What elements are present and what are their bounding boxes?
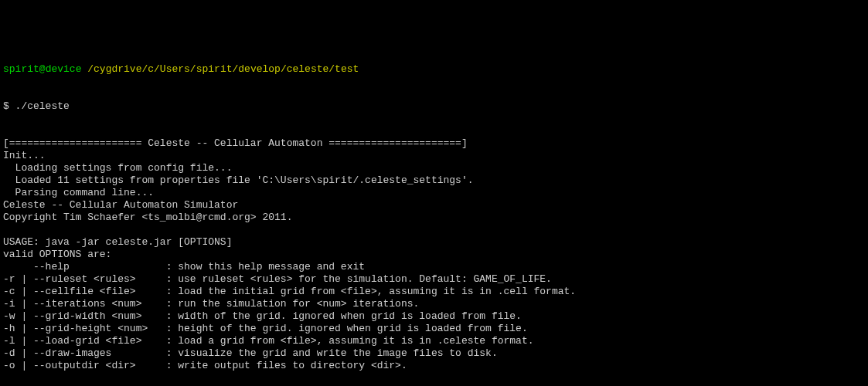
command-output: [====================== Celeste -- Cellu… (3, 137, 865, 386)
output-line: -d | --draw-images : visualize the grid … (3, 347, 865, 360)
output-line: -h | --grid-height <num> : height of the… (3, 323, 865, 335)
output-line: Init... (3, 150, 865, 162)
prompt-host: device (46, 63, 82, 76)
terminal-window[interactable]: spirit@device /cygdrive/c/Users/spirit/d… (0, 37, 868, 386)
output-line: Loading settings from config file... (3, 162, 865, 174)
output-line: -w | --grid-width <num> : width of the g… (3, 310, 865, 323)
output-line: -o | --outputdir <dir> : write output fi… (3, 360, 865, 372)
output-line: -r | --ruleset <rules> : use ruleset <ru… (3, 273, 865, 286)
prompt-at: @ (39, 63, 46, 76)
prompt-path: /cygdrive/c/Users/spirit/develop/celeste… (87, 63, 359, 76)
output-line: Copyright Tim Schaefer <ts_molbi@rcmd.or… (3, 212, 865, 224)
output-line: --help : show this help message and exit (3, 261, 865, 273)
command-1: $ ./celeste (3, 100, 865, 113)
output-line: -c | --cellfile <file> : load the initia… (3, 286, 865, 298)
output-line: -l | --load-grid <file> : load a grid fr… (3, 335, 865, 347)
output-line: USAGE: java -jar celeste.jar [OPTIONS] (3, 236, 865, 249)
prompt-sep (81, 63, 87, 76)
output-line: valid OPTIONS are: (3, 249, 865, 261)
output-line (3, 372, 865, 384)
output-line: Celeste -- Cellular Automaton Simulator (3, 199, 865, 212)
output-line: -i | --iterations <num> : run the simula… (3, 298, 865, 310)
output-line (3, 224, 865, 236)
prompt-line-1: spirit@device /cygdrive/c/Users/spirit/d… (3, 63, 865, 76)
output-line: Loaded 11 settings from properties file … (3, 174, 865, 187)
output-line: Parsing command line... (3, 187, 865, 199)
prompt-user: spirit (3, 63, 39, 76)
output-line: [====================== Celeste -- Cellu… (3, 137, 865, 150)
